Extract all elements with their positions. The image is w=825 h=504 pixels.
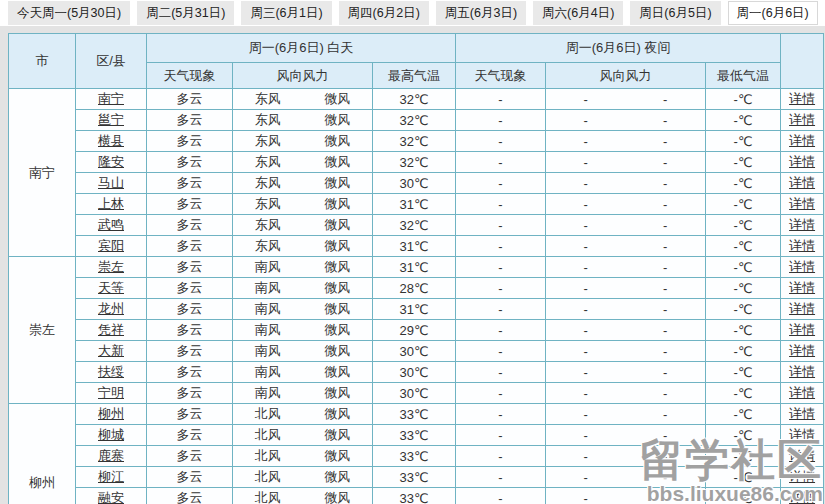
day-weather-cell: 多云 bbox=[147, 110, 233, 131]
day-weather-cell: 多云 bbox=[147, 173, 233, 194]
day-weather-cell: 多云 bbox=[147, 320, 233, 341]
header-city: 市 bbox=[9, 34, 76, 89]
table-row: 宁明多云南风微风30℃----℃详情 bbox=[9, 383, 824, 404]
day-wind-direction: 东风 bbox=[233, 111, 303, 129]
detail-link[interactable]: 详情 bbox=[789, 154, 815, 169]
day-wind-cell: 北风微风 bbox=[233, 446, 373, 467]
district-cell: 柳城 bbox=[76, 425, 147, 446]
district-link[interactable]: 横县 bbox=[98, 133, 124, 148]
district-link[interactable]: 柳江 bbox=[98, 469, 124, 484]
night-wind-force: - bbox=[626, 407, 706, 422]
district-cell: 南宁 bbox=[76, 89, 147, 110]
detail-link[interactable]: 详情 bbox=[789, 469, 815, 484]
detail-link[interactable]: 详情 bbox=[789, 259, 815, 274]
district-link[interactable]: 崇左 bbox=[98, 259, 124, 274]
tab-day-4[interactable]: 周四(6月2日) bbox=[339, 1, 429, 25]
night-wind-direction: - bbox=[546, 155, 626, 170]
day-wind-force: 微风 bbox=[303, 237, 373, 255]
district-link[interactable]: 鹿寨 bbox=[98, 448, 124, 463]
night-wind-cell: -- bbox=[546, 236, 706, 257]
night-wind-direction: - bbox=[546, 113, 626, 128]
district-link[interactable]: 龙州 bbox=[98, 301, 124, 316]
district-link[interactable]: 天等 bbox=[98, 280, 124, 295]
night-wind-direction: - bbox=[546, 449, 626, 464]
day-wind-cell: 南风微风 bbox=[233, 278, 373, 299]
day-wind-cell: 北风微风 bbox=[233, 488, 373, 504]
night-weather-cell: - bbox=[456, 89, 546, 110]
detail-link[interactable]: 详情 bbox=[789, 322, 815, 337]
district-link[interactable]: 南宁 bbox=[98, 91, 124, 106]
detail-link[interactable]: 详情 bbox=[789, 280, 815, 295]
day-max-temp-cell: 32℃ bbox=[373, 215, 456, 236]
detail-link[interactable]: 详情 bbox=[789, 406, 815, 421]
tab-bar: 今天周一(5月30日)周二(5月31日)周三(6月1日)周四(6月2日)周五(6… bbox=[0, 0, 825, 26]
detail-cell: 详情 bbox=[781, 404, 824, 425]
district-link[interactable]: 柳州 bbox=[98, 406, 124, 421]
district-link[interactable]: 邕宁 bbox=[98, 112, 124, 127]
tab-day-2[interactable]: 周二(5月31日) bbox=[137, 1, 234, 25]
night-wind-cell: -- bbox=[546, 362, 706, 383]
district-link[interactable]: 宁明 bbox=[98, 385, 124, 400]
night-wind-cell: -- bbox=[546, 173, 706, 194]
district-link[interactable]: 大新 bbox=[98, 343, 124, 358]
night-wind-force: - bbox=[626, 176, 706, 191]
day-wind-direction: 北风 bbox=[233, 468, 303, 486]
night-weather-cell: - bbox=[456, 362, 546, 383]
day-wind-cell: 北风微风 bbox=[233, 404, 373, 425]
day-weather-cell: 多云 bbox=[147, 131, 233, 152]
detail-link[interactable]: 详情 bbox=[789, 91, 815, 106]
night-wind-force: - bbox=[626, 218, 706, 233]
detail-cell: 详情 bbox=[781, 299, 824, 320]
night-wind-direction: - bbox=[546, 386, 626, 401]
district-link[interactable]: 上林 bbox=[98, 196, 124, 211]
detail-link[interactable]: 详情 bbox=[789, 217, 815, 232]
day-wind-cell: 南风微风 bbox=[233, 257, 373, 278]
district-link[interactable]: 宾阳 bbox=[98, 238, 124, 253]
detail-link[interactable]: 详情 bbox=[789, 364, 815, 379]
day-wind-cell: 东风微风 bbox=[233, 173, 373, 194]
detail-link[interactable]: 详情 bbox=[789, 175, 815, 190]
detail-link[interactable]: 详情 bbox=[789, 490, 815, 504]
district-link[interactable]: 扶绥 bbox=[98, 364, 124, 379]
detail-cell: 详情 bbox=[781, 320, 824, 341]
district-link[interactable]: 马山 bbox=[98, 175, 124, 190]
detail-link[interactable]: 详情 bbox=[789, 112, 815, 127]
detail-link[interactable]: 详情 bbox=[789, 238, 815, 253]
tab-day-5[interactable]: 周五(6月3日) bbox=[436, 1, 526, 25]
day-wind-direction: 北风 bbox=[233, 489, 303, 504]
day-max-temp-cell: 33℃ bbox=[373, 404, 456, 425]
night-wind-cell: -- bbox=[546, 299, 706, 320]
table-row: 宾阳多云东风微风31℃----℃详情 bbox=[9, 236, 824, 257]
table-row: 大新多云南风微风30℃----℃详情 bbox=[9, 341, 824, 362]
day-wind-cell: 南风微风 bbox=[233, 362, 373, 383]
tab-day-6[interactable]: 周六(6月4日) bbox=[533, 1, 623, 25]
day-wind-cell: 东风微风 bbox=[233, 110, 373, 131]
tab-day-1[interactable]: 今天周一(5月30日) bbox=[8, 1, 130, 25]
detail-link[interactable]: 详情 bbox=[789, 385, 815, 400]
night-wind-direction: - bbox=[546, 260, 626, 275]
district-link[interactable]: 融安 bbox=[98, 490, 124, 504]
night-wind-force: - bbox=[626, 491, 706, 504]
tab-day-7[interactable]: 周日(6月5日) bbox=[630, 1, 720, 25]
tab-day-3[interactable]: 周三(6月1日) bbox=[241, 1, 331, 25]
day-wind-direction: 东风 bbox=[233, 237, 303, 255]
district-link[interactable]: 凭祥 bbox=[98, 322, 124, 337]
detail-link[interactable]: 详情 bbox=[789, 343, 815, 358]
detail-link[interactable]: 详情 bbox=[789, 133, 815, 148]
day-wind-force: 微风 bbox=[303, 216, 373, 234]
district-link[interactable]: 柳城 bbox=[98, 427, 124, 442]
tab-day-8[interactable]: 周一(6月6日) bbox=[728, 1, 818, 25]
night-wind-force: - bbox=[626, 428, 706, 443]
detail-link[interactable]: 详情 bbox=[789, 448, 815, 463]
table-row: 扶绥多云南风微风30℃----℃详情 bbox=[9, 362, 824, 383]
district-link[interactable]: 隆安 bbox=[98, 154, 124, 169]
night-wind-cell: -- bbox=[546, 89, 706, 110]
table-row: 龙州多云南风微风31℃----℃详情 bbox=[9, 299, 824, 320]
detail-cell: 详情 bbox=[781, 89, 824, 110]
detail-link[interactable]: 详情 bbox=[789, 427, 815, 442]
detail-link[interactable]: 详情 bbox=[789, 196, 815, 211]
district-link[interactable]: 武鸣 bbox=[98, 217, 124, 232]
detail-link[interactable]: 详情 bbox=[789, 301, 815, 316]
day-max-temp-cell: 33℃ bbox=[373, 488, 456, 504]
night-min-temp-cell: -℃ bbox=[706, 215, 781, 236]
